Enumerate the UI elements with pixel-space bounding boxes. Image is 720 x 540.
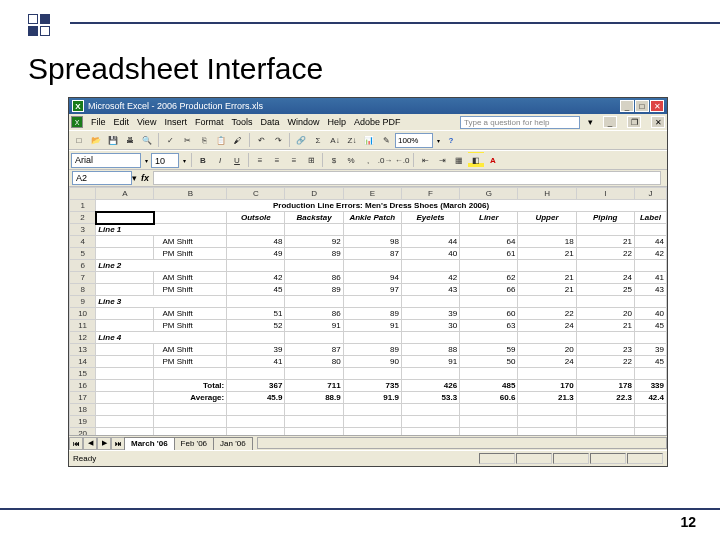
row-header[interactable]: 1	[70, 200, 96, 212]
spellcheck-icon[interactable]: ✓	[162, 132, 178, 148]
doc-minimize-button[interactable]: _	[603, 116, 617, 128]
data-cell[interactable]: 48	[227, 236, 285, 248]
data-cell[interactable]: 62	[460, 272, 518, 284]
name-dropdown-icon[interactable]: ▾	[132, 173, 137, 183]
increase-indent-icon[interactable]: ⇥	[434, 152, 450, 168]
menu-format[interactable]: Format	[195, 117, 224, 127]
data-cell[interactable]: 61	[460, 248, 518, 260]
data-cell[interactable]: 24	[576, 272, 634, 284]
currency-icon[interactable]: $	[326, 152, 342, 168]
row-header[interactable]: 17	[70, 392, 96, 404]
doc-close-button[interactable]: ✕	[651, 116, 665, 128]
fill-color-icon[interactable]: ◧	[468, 152, 484, 168]
row-header[interactable]: 5	[70, 248, 96, 260]
data-cell[interactable]: 20	[576, 308, 634, 320]
formula-bar[interactable]	[153, 171, 661, 185]
row-header[interactable]: 12	[70, 332, 96, 344]
zoom-dropdown-icon[interactable]: ▾	[434, 137, 442, 144]
data-cell[interactable]: 24	[518, 320, 576, 332]
app-icon[interactable]: X	[71, 116, 83, 128]
row-header[interactable]: 10	[70, 308, 96, 320]
data-cell[interactable]: 21	[576, 236, 634, 248]
col-header[interactable]: G	[460, 188, 518, 200]
average-cell[interactable]: 22.3	[576, 392, 634, 404]
font-color-icon[interactable]: A	[485, 152, 501, 168]
data-cell[interactable]: 43	[401, 284, 459, 296]
zoom-box[interactable]: 100%	[395, 133, 433, 148]
data-cell[interactable]: 89	[285, 248, 343, 260]
row-header[interactable]: 18	[70, 404, 96, 416]
menu-tools[interactable]: Tools	[231, 117, 252, 127]
print-preview-icon[interactable]: 🔍	[139, 132, 155, 148]
data-cell[interactable]: 41	[634, 272, 666, 284]
row-header[interactable]: 2	[70, 212, 96, 224]
data-cell[interactable]: 88	[401, 344, 459, 356]
data-cell[interactable]: 98	[343, 236, 401, 248]
data-cell[interactable]: 24	[518, 356, 576, 368]
average-cell[interactable]: 21.3	[518, 392, 576, 404]
size-dropdown-icon[interactable]: ▾	[180, 157, 188, 164]
data-cell[interactable]: 41	[227, 356, 285, 368]
data-cell[interactable]: 40	[401, 248, 459, 260]
average-cell[interactable]: 88.9	[285, 392, 343, 404]
row-header[interactable]: 16	[70, 380, 96, 392]
data-cell[interactable]: 91	[401, 356, 459, 368]
menu-data[interactable]: Data	[260, 117, 279, 127]
data-cell[interactable]: 18	[518, 236, 576, 248]
col-header[interactable]: B	[154, 188, 227, 200]
row-header[interactable]: 20	[70, 428, 96, 436]
fx-icon[interactable]: fx	[141, 173, 149, 183]
align-center-icon[interactable]: ≡	[269, 152, 285, 168]
row-header[interactable]: 19	[70, 416, 96, 428]
chart-wizard-icon[interactable]: 📊	[361, 132, 377, 148]
row-header[interactable]: 9	[70, 296, 96, 308]
data-cell[interactable]: 22	[518, 308, 576, 320]
total-cell[interactable]: 170	[518, 380, 576, 392]
data-cell[interactable]: 60	[460, 308, 518, 320]
tab-prev-icon[interactable]: ◀	[83, 437, 97, 450]
total-cell[interactable]: 711	[285, 380, 343, 392]
data-cell[interactable]: 91	[285, 320, 343, 332]
average-cell[interactable]: 60.6	[460, 392, 518, 404]
data-cell[interactable]: 90	[343, 356, 401, 368]
horizontal-scrollbar[interactable]	[257, 437, 667, 449]
average-cell[interactable]: 42.4	[634, 392, 666, 404]
col-header[interactable]: I	[576, 188, 634, 200]
row-header[interactable]: 4	[70, 236, 96, 248]
save-icon[interactable]: 💾	[105, 132, 121, 148]
sort-asc-icon[interactable]: A↓	[327, 132, 343, 148]
minimize-button[interactable]: _	[620, 100, 634, 112]
total-cell[interactable]: 735	[343, 380, 401, 392]
menu-adobe-pdf[interactable]: Adobe PDF	[354, 117, 401, 127]
help-search-box[interactable]: Type a question for help	[460, 116, 580, 129]
copy-icon[interactable]: ⎘	[196, 132, 212, 148]
data-cell[interactable]: 87	[343, 248, 401, 260]
font-dropdown-icon[interactable]: ▾	[142, 157, 150, 164]
col-header[interactable]: C	[227, 188, 285, 200]
align-right-icon[interactable]: ≡	[286, 152, 302, 168]
data-cell[interactable]: 89	[343, 344, 401, 356]
row-header[interactable]: 7	[70, 272, 96, 284]
print-icon[interactable]: 🖶	[122, 132, 138, 148]
data-cell[interactable]: 39	[227, 344, 285, 356]
data-cell[interactable]: 45	[634, 356, 666, 368]
align-left-icon[interactable]: ≡	[252, 152, 268, 168]
data-cell[interactable]: 44	[401, 236, 459, 248]
data-cell[interactable]: 39	[634, 344, 666, 356]
data-cell[interactable]: 30	[401, 320, 459, 332]
row-header[interactable]: 3	[70, 224, 96, 236]
hyperlink-icon[interactable]: 🔗	[293, 132, 309, 148]
help-icon[interactable]: ?	[443, 132, 459, 148]
data-cell[interactable]: 64	[460, 236, 518, 248]
col-header[interactable]: J	[634, 188, 666, 200]
sheet-tab[interactable]: Feb '06	[174, 437, 214, 450]
data-cell[interactable]: 89	[343, 308, 401, 320]
tab-first-icon[interactable]: ⏮	[69, 437, 83, 450]
total-cell[interactable]: 339	[634, 380, 666, 392]
data-cell[interactable]: 45	[227, 284, 285, 296]
col-header[interactable]: A	[96, 188, 154, 200]
data-cell[interactable]: 22	[576, 248, 634, 260]
average-cell[interactable]: 91.9	[343, 392, 401, 404]
total-cell[interactable]: 485	[460, 380, 518, 392]
close-button[interactable]: ✕	[650, 100, 664, 112]
